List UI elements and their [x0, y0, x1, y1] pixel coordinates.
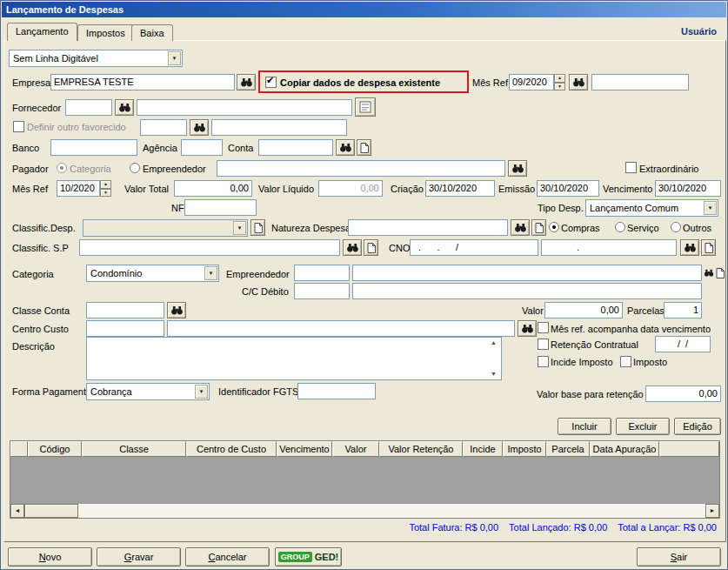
centro-custo-code-input[interactable] [86, 320, 164, 337]
gravar-button[interactable]: Gravar [97, 547, 181, 567]
fornecedor-properties-button[interactable] [355, 97, 376, 117]
pagador-empreendedor-radio[interactable] [130, 163, 140, 173]
descricao-scroll-down-icon[interactable]: ▼ [491, 371, 497, 377]
valor-input[interactable]: 0,00 [544, 302, 623, 319]
empresa-search-button[interactable] [237, 74, 256, 91]
parcelas-input[interactable]: 1 [664, 302, 702, 319]
tab-lancamento[interactable]: Lançamento [7, 23, 77, 41]
classific-sp-new-button[interactable] [364, 239, 378, 256]
agencia-input[interactable] [181, 139, 223, 156]
imposto-checkbox[interactable] [620, 356, 631, 367]
forma-pagamento-select[interactable]: Cobrança ▼ [86, 383, 210, 400]
fornecedor-code-input[interactable] [65, 99, 112, 116]
scroll-left-icon[interactable]: ◄ [10, 504, 24, 518]
nf-input[interactable] [184, 199, 257, 216]
mes-ref-input[interactable]: 10/2020 [57, 180, 100, 197]
empreendedor-name-input[interactable] [352, 265, 702, 281]
mes-ref-spinner[interactable]: ▲ ▼ [100, 180, 111, 197]
copy-existing-checkbox[interactable]: ✔ [265, 77, 277, 88]
natureza-new-button[interactable] [531, 219, 546, 236]
novo-button[interactable]: Novo [8, 547, 92, 567]
cno-aux-input[interactable]: . [541, 239, 677, 256]
outros-radio[interactable] [671, 222, 681, 232]
tab-baixa[interactable]: Baixa [131, 24, 173, 41]
empreendedor-code-input[interactable] [294, 265, 350, 281]
title-bar[interactable]: Lançamento de Despesas [2, 2, 726, 17]
vencimento-input[interactable]: 30/10/2020 [655, 180, 721, 197]
grid-col-data-apuracao[interactable]: Data Apuração [590, 441, 659, 457]
scroll-thumb[interactable] [24, 504, 78, 518]
excluir-button[interactable]: Excluir [616, 418, 670, 435]
fornecedor-name-input[interactable] [137, 99, 352, 116]
grid-col-centro-custo[interactable]: Centro de Custo [186, 441, 277, 457]
scroll-track[interactable] [78, 504, 705, 518]
classific-sp-input[interactable] [79, 239, 340, 256]
descricao-textarea[interactable] [86, 337, 502, 380]
cno-new-button[interactable] [701, 239, 716, 256]
group-ged-button[interactable]: GROUP GED! [275, 547, 342, 567]
chevron-down-icon[interactable]: ▼ [168, 51, 181, 65]
empreendedor-new-button[interactable] [715, 265, 725, 281]
scroll-right-icon[interactable]: ► [705, 504, 719, 518]
retencao-base-input[interactable]: 0,00 [645, 386, 721, 402]
conta-search-button[interactable] [336, 139, 355, 156]
cno-search-button[interactable] [680, 239, 699, 256]
conta-new-button[interactable] [357, 139, 371, 156]
servico-radio[interactable] [615, 222, 625, 232]
linha-digitavel-select[interactable]: Sem Linha Digitável ▼ [9, 50, 183, 67]
empresa-input[interactable]: EMPRESA TESTE [50, 74, 235, 91]
favorecido-code-input[interactable] [140, 119, 187, 136]
banco-input[interactable] [50, 139, 137, 156]
chevron-down-icon[interactable]: ▼ [204, 266, 217, 280]
grid-col-incide[interactable]: Incide [463, 441, 503, 457]
empreendedor-search-button[interactable] [702, 265, 715, 281]
centro-custo-search-button[interactable] [518, 320, 537, 337]
classific-desp-new-button[interactable] [250, 219, 265, 236]
spinner-down-icon[interactable]: ▼ [554, 83, 565, 91]
mes-ref-search-button[interactable] [569, 74, 588, 91]
chevron-down-icon[interactable]: ▼ [195, 385, 208, 399]
extraordinario-checkbox[interactable] [625, 162, 637, 173]
centro-custo-name-input[interactable] [167, 320, 515, 337]
descricao-scroll-up-icon[interactable]: ▲ [491, 339, 497, 345]
mes-ref-acompanha-checkbox[interactable] [538, 322, 549, 333]
conta-input[interactable] [258, 139, 333, 156]
cc-debito-code-input[interactable] [294, 283, 350, 299]
edicao-button[interactable]: Edição [674, 418, 721, 435]
incluir-button[interactable]: Incluir [558, 418, 611, 435]
compras-radio[interactable] [549, 222, 559, 232]
outro-favorecido-checkbox[interactable] [13, 121, 24, 132]
tipo-desp-select[interactable]: Lançamento Comum ▼ [585, 199, 718, 217]
grid-col-selector[interactable] [10, 441, 28, 457]
spinner-up-icon[interactable]: ▲ [100, 180, 111, 189]
cno-input[interactable]: . . / [410, 239, 538, 256]
grid-body[interactable] [10, 457, 719, 504]
natureza-search-button[interactable] [511, 219, 530, 236]
mes-ref-top-input[interactable]: 09/2020 [509, 74, 554, 91]
spinner-up-icon[interactable]: ▲ [554, 74, 565, 83]
grid-col-imposto[interactable]: Imposto [503, 441, 546, 457]
grid-col-codigo[interactable]: Código [28, 441, 82, 457]
classe-conta-input[interactable] [86, 302, 164, 319]
retencao-contratual-checkbox[interactable] [538, 339, 549, 350]
chevron-down-icon[interactable]: ▼ [704, 201, 717, 215]
sair-button[interactable]: Sair [637, 547, 721, 567]
classific-sp-search-button[interactable] [343, 239, 362, 256]
grid-col-valor-retencao[interactable]: Valor Retenção [379, 441, 463, 457]
grid-col-vencimento[interactable]: Vencimento [277, 441, 332, 457]
pagador-search-button[interactable] [508, 160, 527, 177]
natureza-input[interactable] [348, 219, 508, 236]
incide-imposto-checkbox[interactable] [538, 356, 549, 367]
fornecedor-search-button[interactable] [115, 99, 134, 116]
favorecido-search-button[interactable] [190, 119, 209, 136]
grid-col-parcela[interactable]: Parcela [546, 441, 590, 457]
mes-ref-aux-input[interactable] [591, 74, 689, 91]
grid-col-classe[interactable]: Classe [82, 441, 186, 457]
spinner-down-icon[interactable]: ▼ [100, 189, 111, 198]
classe-conta-search-button[interactable] [167, 302, 186, 319]
pagador-input[interactable] [217, 160, 505, 177]
valor-total-input[interactable]: 0,00 [174, 180, 252, 197]
tab-impostos[interactable]: Impostos [77, 24, 134, 41]
cc-debito-name-input[interactable] [352, 283, 702, 299]
criacao-input[interactable]: 30/10/2020 [425, 180, 495, 197]
